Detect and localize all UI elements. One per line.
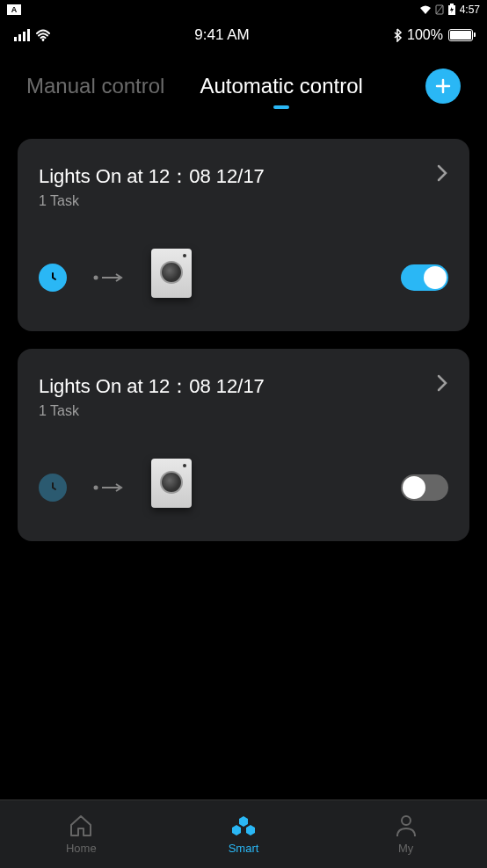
arrow-right-icon (93, 481, 125, 494)
add-button[interactable] (425, 69, 461, 104)
device-icon (151, 249, 199, 307)
task-list: Lights On at 12：08 12/17 1 Task Lights O… (0, 112, 487, 541)
sim-icon (435, 4, 444, 15)
tab-manual-control[interactable]: Manual control (26, 74, 164, 98)
wifi-icon (35, 29, 51, 41)
nav-smart[interactable]: Smart (163, 800, 325, 868)
task-subtitle: 1 Task (39, 193, 265, 209)
bluetooth-icon (393, 28, 402, 42)
nav-home[interactable]: Home (0, 800, 163, 868)
task-body (39, 459, 448, 517)
task-title: Lights On at 12：08 12/17 (39, 163, 265, 190)
task-card[interactable]: Lights On at 12：08 12/17 1 Task (18, 139, 469, 331)
battery-charging-icon (447, 4, 456, 16)
status-time: 9:41 AM (194, 26, 249, 44)
profile-icon (393, 814, 419, 838)
app-indicator: A (7, 4, 21, 15)
chevron-right-icon (436, 373, 448, 393)
chevron-right-icon (436, 163, 448, 183)
nav-my[interactable]: My (324, 800, 487, 868)
svg-point-5 (94, 276, 98, 280)
svg-rect-3 (450, 4, 454, 5)
smart-icon (230, 814, 257, 838)
android-system-status-bar: A 4:57 (0, 0, 487, 19)
task-title: Lights On at 12：08 12/17 (39, 373, 265, 400)
status-right: 100% (393, 27, 473, 43)
clock-icon (39, 264, 67, 292)
tab-header: Manual control Automatic control (0, 51, 487, 112)
task-toggle[interactable] (401, 474, 448, 501)
task-body (39, 249, 448, 307)
home-icon (68, 814, 94, 838)
bottom-navigation: Home Smart My (0, 799, 487, 868)
svg-point-9 (402, 816, 411, 825)
battery-percent: 100% (407, 27, 443, 43)
wifi-icon (419, 4, 432, 15)
task-subtitle: 1 Task (39, 403, 265, 419)
nav-label: My (398, 842, 413, 855)
clock-icon (39, 474, 67, 502)
task-header: Lights On at 12：08 12/17 1 Task (39, 163, 448, 209)
android-time: 4:57 (460, 4, 480, 16)
svg-point-4 (42, 39, 45, 41)
app-status-bar: 9:41 AM 100% (0, 19, 487, 51)
nav-label: Smart (229, 842, 259, 855)
tab-automatic-control[interactable]: Automatic control (200, 74, 362, 98)
task-card[interactable]: Lights On at 12：08 12/17 1 Task (18, 349, 469, 541)
plus-icon (433, 76, 453, 96)
svg-point-7 (94, 486, 98, 490)
arrow-right-icon (93, 271, 125, 284)
svg-line-1 (436, 5, 443, 14)
task-toggle[interactable] (401, 264, 448, 291)
signal-icon (14, 29, 30, 41)
device-icon (151, 459, 199, 517)
status-left (14, 29, 51, 41)
android-status-right: 4:57 (419, 4, 480, 16)
nav-label: Home (66, 842, 97, 855)
task-header: Lights On at 12：08 12/17 1 Task (39, 373, 448, 419)
battery-icon (448, 29, 473, 41)
